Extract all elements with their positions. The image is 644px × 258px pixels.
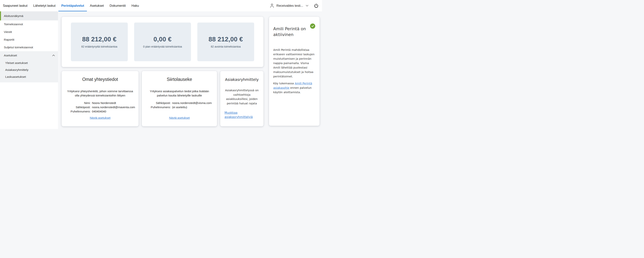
sidebar-item-viestit[interactable]: Viestit xyxy=(0,28,58,36)
transfer-info-rows: Sähköposti: noora.nordenstedt@visma.com … xyxy=(145,101,214,109)
sidebar-item-asetukset[interactable]: Asetukset xyxy=(0,51,58,59)
sidebar-item-aloitusnakyma[interactable]: Aloitusnäkymä xyxy=(0,11,58,20)
app-shell: Aloitusnäkymä Toimeksiannot Viestit Rapo… xyxy=(0,11,322,129)
show-settings-link[interactable]: Näytä asetukset xyxy=(169,116,190,119)
stat-caption: 0 pian erääntyvää toimeksiantoa xyxy=(143,45,182,48)
account-name[interactable]: Receivables testi... xyxy=(276,4,303,7)
card-description: Yrityksesi yhteyshenkilö, johon voimme t… xyxy=(66,89,134,98)
stat-caption: 82 erääntynyttä toimeksiantoa xyxy=(81,45,117,48)
tab-lahetetyt-laskut[interactable]: Lähetetyt laskut xyxy=(30,0,58,11)
info-label: Sähköposti: xyxy=(68,105,90,109)
tab-perintapalvelut[interactable]: Perintäpalvelut xyxy=(58,0,87,11)
person-icon xyxy=(270,3,274,8)
amili-panel-title: Amili Perintä on aktiivinen xyxy=(273,26,308,37)
info-row-phone: Puhelinnumero: 040404040 xyxy=(65,109,135,114)
sidebar: Aloitusnäkymä Toimeksiannot Viestit Rapo… xyxy=(0,11,58,129)
check-icon xyxy=(310,23,315,29)
card-omat-yhteystiedot: Omat yhteystiedot Yrityksesi yhteyshenki… xyxy=(62,71,138,126)
amili-panel-header: Amili Perintä on aktiivinen xyxy=(273,22,315,41)
stats-summary-card: 88 212,00 € 82 erääntynyttä toimeksianto… xyxy=(62,17,264,67)
amili-status-panel: Amili Perintä on aktiivinen Amili Perint… xyxy=(269,17,320,126)
sidebar-item-raportit[interactable]: Raportit xyxy=(0,36,58,43)
chevron-up-icon xyxy=(52,55,55,56)
info-value: noora.nordenstedt@maventa.com xyxy=(90,105,135,109)
info-value: Noora Nordenstedt xyxy=(90,101,132,105)
stat-value: 88 212,00 € xyxy=(208,36,243,43)
contact-info-rows: Nimi: Noora Nordenstedt Sähköposti: noor… xyxy=(65,101,135,114)
info-row-email: Sähköposti: noora.nordenstedt@maventa.co… xyxy=(65,105,135,109)
stat-value: 88 212,00 € xyxy=(82,36,116,43)
info-value: (ei asetettu) xyxy=(171,105,210,109)
power-icon xyxy=(314,3,319,8)
info-cards-row: Omat yhteystiedot Yrityksesi yhteyshenki… xyxy=(62,71,264,126)
info-value: noora.nordenstedt@visma.com xyxy=(171,101,212,105)
tab-haku[interactable]: Haku xyxy=(128,0,142,11)
card-description: Yrityksesi asiakaspalvelun tiedot jotka … xyxy=(145,89,214,98)
edit-customer-grouping-link[interactable]: Muokkaa asiakasryhmittelyjä xyxy=(224,111,259,119)
user-area: Receivables testi... xyxy=(270,0,322,11)
sidebar-group-label: Asetukset xyxy=(4,54,17,57)
info-label: Puhelinnumero: xyxy=(68,109,90,114)
stat-due-soon-amount: 0,00 € 0 pian erääntyvää toimeksiantoa xyxy=(134,22,191,61)
sidebar-item-suljetut-toimeksiannot[interactable]: Suljetut toimeksiannot xyxy=(0,43,58,51)
main-tabs: Saapuneet laskut Lähetetyt laskut Perint… xyxy=(0,0,142,11)
info-label: Puhelinnumero: xyxy=(149,105,171,109)
tab-asetukset[interactable]: Asetukset xyxy=(87,0,106,11)
stat-value: 0,00 € xyxy=(154,36,172,43)
sidebar-item-laskuasetukset[interactable]: Laskuasetukset xyxy=(0,73,58,80)
card-title: Asiakasryhmittely xyxy=(224,77,259,82)
stat-overdue-amount: 88 212,00 € 82 erääntynyttä toimeksianto… xyxy=(71,22,128,61)
sidebar-item-toimeksiannot[interactable]: Toimeksiannot xyxy=(0,20,58,28)
info-label: Nimi: xyxy=(68,101,90,105)
chevron-down-icon[interactable] xyxy=(306,5,308,6)
dashboard-column: 88 212,00 € 82 erääntynyttä toimeksianto… xyxy=(62,17,264,129)
card-siirtolauseke: Siirtolauseke Yrityksesi asiakaspalvelun… xyxy=(142,71,217,126)
sidebar-item-asiakasryhmittely[interactable]: Asiakasryhmittely xyxy=(0,66,58,73)
guide-text-prefix: Käy lukemassa xyxy=(273,82,295,85)
amili-guide-paragraph: Käy lukemassa Amili Perintä asiakasohje … xyxy=(273,81,315,95)
stat-open-amount: 88 212,00 € 82 avointa toimeksiantoa xyxy=(197,22,254,61)
top-navigation: Saapuneet laskut Lähetetyt laskut Perint… xyxy=(0,0,322,11)
card-asiakasryhmittely: Asiakasryhmittely Asiakasryhmittelyssä o… xyxy=(220,71,264,126)
show-settings-link[interactable]: Näytä asetukset xyxy=(90,116,110,119)
tab-saapuneet-laskut[interactable]: Saapuneet laskut xyxy=(0,0,30,11)
card-title: Siirtolauseke xyxy=(145,77,214,82)
info-value: 040404040 xyxy=(90,109,132,114)
info-row-phone: Puhelinnumero: (ei asetettu) xyxy=(145,105,214,109)
amili-description: Amili Perintä mahdollistaa erikseen vali… xyxy=(273,48,315,79)
main-content: 88 212,00 € 82 erääntynyttä toimeksianto… xyxy=(58,11,322,129)
tab-dokumentit[interactable]: Dokumentit xyxy=(107,0,128,11)
sidebar-group-asetukset: Asetukset Yleiset asetukset Asiakasryhmi… xyxy=(0,51,58,82)
info-row-name: Nimi: Noora Nordenstedt xyxy=(65,101,135,105)
info-label: Sähköposti: xyxy=(149,101,171,105)
sidebar-item-yleiset-asetukset[interactable]: Yleiset asetukset xyxy=(0,59,58,66)
stat-caption: 82 avointa toimeksiantoa xyxy=(211,45,241,48)
power-button[interactable] xyxy=(314,3,319,8)
card-title: Omat yhteystiedot xyxy=(65,77,135,82)
card-description: Asiakasryhmittelyssä on vaihtoehtoja asi… xyxy=(224,88,259,105)
info-row-email: Sähköposti: noora.nordenstedt@visma.com xyxy=(145,101,214,105)
